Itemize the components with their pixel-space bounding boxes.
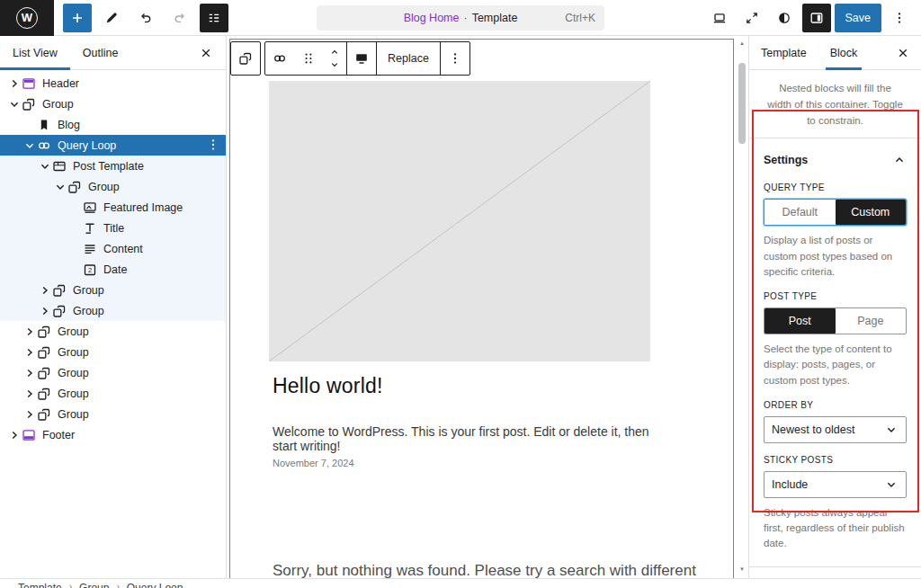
- drag-handle[interactable]: [294, 42, 323, 75]
- chevron-right-icon[interactable]: [22, 366, 37, 380]
- breadcrumb-item-query-loop[interactable]: Query Loop: [127, 582, 183, 588]
- tree-row-group[interactable]: Group: [0, 94, 226, 114]
- tree-row-title[interactable]: Title: [0, 218, 226, 238]
- plus-icon: [70, 11, 85, 25]
- settings-panel-header[interactable]: Settings: [764, 149, 907, 171]
- chevron-down-icon[interactable]: [7, 97, 22, 111]
- tree-spacer: [68, 200, 83, 215]
- query-type-custom-button[interactable]: Custom: [836, 200, 907, 225]
- tab-block[interactable]: Block: [818, 36, 870, 69]
- chevron-right-icon[interactable]: [7, 428, 22, 442]
- wordpress-logo-button[interactable]: W: [0, 0, 54, 36]
- tree-row-group[interactable]: Group: [0, 404, 226, 424]
- inserter-toggle-button[interactable]: [63, 4, 92, 32]
- chevron-right-icon[interactable]: [22, 345, 37, 360]
- tree-spacer: [22, 118, 37, 132]
- featured-image-placeholder[interactable]: [269, 81, 650, 361]
- move-down-button[interactable]: [323, 58, 346, 71]
- chevron-up-icon[interactable]: [892, 153, 907, 167]
- document-title: Blog Home: [404, 12, 460, 24]
- chevron-right-icon[interactable]: [22, 407, 37, 422]
- tree-row-header[interactable]: Header: [0, 73, 226, 94]
- list-view-sidebar: List View Outline HeaderGroupBlogQuery L…: [0, 36, 227, 578]
- chevron-down-icon[interactable]: [53, 180, 67, 194]
- order-by-value: Newest to oldest: [772, 423, 854, 436]
- order-by-select[interactable]: Newest to oldest: [764, 416, 907, 443]
- tree-row-label: Date: [103, 263, 127, 276]
- chevron-right-icon[interactable]: [38, 283, 52, 298]
- tree-row-query-loop[interactable]: Query Loop: [0, 135, 226, 156]
- list-view-toggle-button[interactable]: [200, 4, 228, 32]
- tree-row-featured-image[interactable]: Featured Image: [0, 197, 226, 218]
- tools-button[interactable]: [97, 4, 126, 32]
- tree-row-post-template[interactable]: Post Template: [0, 156, 226, 176]
- move-up-button[interactable]: [323, 46, 346, 58]
- tree-row-label: Title: [103, 222, 124, 235]
- replace-button[interactable]: Replace: [377, 42, 440, 75]
- redo-button[interactable]: [165, 4, 194, 32]
- block-options-button[interactable]: [441, 42, 469, 75]
- breadcrumb-item-group[interactable]: Group: [79, 582, 109, 588]
- tab-outline[interactable]: Outline: [70, 36, 131, 69]
- display-settings-button[interactable]: [347, 42, 376, 75]
- chevron-right-icon[interactable]: [22, 387, 37, 401]
- breadcrumb-item-template[interactable]: Template: [18, 582, 62, 588]
- style-book-button[interactable]: [770, 4, 799, 32]
- post-title[interactable]: Hello world!: [273, 374, 383, 398]
- post-type-page-button[interactable]: Page: [836, 308, 907, 334]
- select-parent-block-button[interactable]: [231, 42, 260, 75]
- tree-row-label: Group: [58, 388, 89, 400]
- tree-row-content[interactable]: Content: [0, 238, 226, 259]
- block-type-button[interactable]: [265, 42, 294, 75]
- tree-row-footer[interactable]: Footer: [0, 424, 226, 445]
- options-menu-button[interactable]: [885, 4, 914, 32]
- tab-list-view[interactable]: List View: [0, 36, 70, 69]
- tree-row-date[interactable]: 2Date: [0, 259, 226, 280]
- header-icon: [22, 76, 36, 91]
- tree-row-blog[interactable]: Blog: [0, 114, 226, 135]
- scrollbar-thumb[interactable]: [738, 63, 746, 144]
- tree-row-group[interactable]: Group: [0, 383, 226, 404]
- tree-row-group[interactable]: Group: [0, 321, 226, 342]
- post-date[interactable]: November 7, 2024: [273, 458, 354, 468]
- tree-row-group[interactable]: Group: [0, 342, 226, 362]
- close-list-view-button[interactable]: [192, 39, 220, 67]
- tree-row-label: Group: [58, 346, 89, 359]
- scroll-up-arrow[interactable]: ▲: [737, 38, 747, 49]
- order-by-label: ORDER BY: [764, 400, 907, 410]
- sticky-posts-select[interactable]: Include: [764, 471, 907, 498]
- select-parent-group: [230, 41, 261, 76]
- query-type-description: Display a list of posts or custom post t…: [764, 233, 907, 280]
- canvas-scrollbar[interactable]: ▲ ▼: [737, 36, 747, 578]
- tree-row-group[interactable]: Group: [0, 362, 226, 383]
- tab-template[interactable]: Template: [749, 36, 818, 69]
- zoom-out-button[interactable]: [738, 4, 766, 32]
- chevron-down-icon[interactable]: [38, 159, 52, 174]
- save-button[interactable]: Save: [835, 4, 882, 32]
- post-type-post-button[interactable]: Post: [765, 308, 836, 334]
- chevron-down-icon[interactable]: [22, 138, 37, 153]
- tree-row-group[interactable]: Group: [0, 280, 226, 300]
- tree-row-group[interactable]: Group: [0, 300, 226, 321]
- settings-sidebar-toggle-button[interactable]: [802, 4, 831, 32]
- tree-row-label: Group: [88, 181, 120, 193]
- query-type-default-button[interactable]: Default: [765, 200, 836, 225]
- image-icon: [83, 200, 97, 215]
- chevron-right-icon[interactable]: [22, 325, 37, 339]
- no-results-text[interactable]: Sorry, but nothing was found. Please try…: [273, 562, 704, 578]
- document-bar[interactable]: Blog Home · Template Ctrl+K: [317, 5, 604, 31]
- chevron-right-icon[interactable]: [38, 304, 52, 318]
- tree-row-label: Group: [58, 408, 89, 421]
- undo-button[interactable]: [131, 4, 160, 32]
- block-options-button[interactable]: [206, 138, 220, 152]
- tree-row-group[interactable]: Group: [0, 176, 226, 197]
- chevron-right-icon[interactable]: [7, 76, 22, 91]
- sticky-posts-value: Include: [772, 478, 808, 491]
- list-view-tabs: List View Outline: [0, 36, 226, 70]
- close-settings-button[interactable]: [889, 39, 917, 67]
- block-toolbar: Replace: [230, 41, 470, 76]
- title-icon: [83, 221, 97, 236]
- view-button[interactable]: [705, 4, 734, 32]
- scroll-down-arrow[interactable]: ▼: [737, 564, 747, 575]
- post-content[interactable]: Welcome to WordPress. This is your first…: [273, 424, 650, 453]
